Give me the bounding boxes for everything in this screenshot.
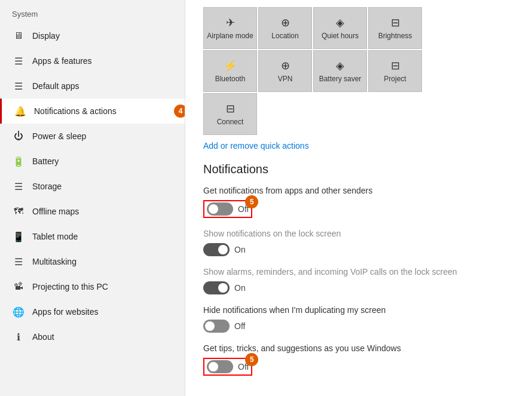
qa-tile-label-airplane: Airplane mode xyxy=(207,32,253,40)
project-icon: ⊟ xyxy=(391,59,400,72)
about-icon: ℹ xyxy=(12,330,25,343)
qa-tile-vpn[interactable]: ⊕VPN xyxy=(258,50,312,92)
sidebar-item-battery[interactable]: 🔋Battery xyxy=(0,149,185,174)
sidebar-item-multitasking[interactable]: ☰Multitasking xyxy=(0,249,185,274)
sidebar-item-label-power-sleep: Power & sleep xyxy=(32,131,173,141)
multitasking-icon: ☰ xyxy=(12,255,25,268)
sidebar-item-storage[interactable]: ☰Storage xyxy=(0,174,185,199)
battery-icon: 🔋 xyxy=(12,155,25,168)
connect-icon: ⊟ xyxy=(226,102,235,115)
apps-websites-icon: 🌐 xyxy=(12,305,25,318)
qa-tile-label-project: Project xyxy=(384,75,406,83)
sidebar-item-label-about: About xyxy=(32,332,173,342)
sidebar-item-power-sleep[interactable]: ⏻Power & sleep xyxy=(0,124,185,149)
quiet-hours-icon: ◈ xyxy=(336,16,344,29)
qa-tile-airplane[interactable]: ✈Airplane mode xyxy=(203,7,257,49)
sidebar-item-label-storage: Storage xyxy=(32,182,173,191)
hide-notifications-label: Hide notifications when I'm duplicating … xyxy=(203,305,514,315)
sidebar-item-apps-features[interactable]: ☰Apps & features xyxy=(0,48,185,73)
hide-notifications-toggle[interactable] xyxy=(203,320,230,333)
main-content: ✈Airplane mode⊕Location◈Quiet hours⊟Brig… xyxy=(185,0,532,396)
sidebar-title: System xyxy=(0,5,185,23)
lock-screen-row: Show notifications on the lock screen On xyxy=(203,229,514,256)
sidebar-item-display[interactable]: 🖥Display xyxy=(0,23,185,48)
location-icon: ⊕ xyxy=(281,16,290,29)
hide-notifications-state: Off xyxy=(234,321,245,331)
alarms-label: Show alarms, reminders, and incoming VoI… xyxy=(203,267,514,277)
sidebar-item-notifications[interactable]: 🔔Notifications & actions4 xyxy=(0,99,185,124)
sidebar-item-apps-websites[interactable]: 🌐Apps for websites xyxy=(0,299,185,324)
power-sleep-icon: ⏻ xyxy=(12,130,25,143)
sidebar-item-about[interactable]: ℹAbout xyxy=(0,324,185,349)
apps-features-icon: ☰ xyxy=(12,54,25,67)
display-icon: 🖥 xyxy=(12,29,25,42)
qa-tile-label-bluetooth: Bluetooth xyxy=(215,75,246,83)
qa-tile-label-brightness: Brightness xyxy=(378,32,412,40)
projecting-icon: 📽 xyxy=(12,280,25,293)
get-notifications-row: Get notifications from apps and other se… xyxy=(203,186,514,218)
tablet-mode-icon: 📱 xyxy=(12,230,25,243)
get-notifications-label: Get notifications from apps and other se… xyxy=(203,186,514,195)
qa-tile-label-connect: Connect xyxy=(217,118,244,126)
sidebar-item-tablet-mode[interactable]: 📱Tablet mode xyxy=(0,224,185,249)
sidebar-item-label-notifications: Notifications & actions xyxy=(34,106,173,116)
sidebar-item-offline-maps[interactable]: 🗺Offline maps xyxy=(0,199,185,224)
notifications-icon: 🔔 xyxy=(14,105,27,118)
hide-notifications-toggle-row: Off xyxy=(203,320,514,333)
lock-screen-toggle-row: On xyxy=(203,243,514,256)
get-notifications-toggle-box: Off 5 xyxy=(203,200,252,218)
battery-saver-icon: ◈ xyxy=(336,59,344,72)
quick-actions-grid: ✈Airplane mode⊕Location◈Quiet hours⊟Brig… xyxy=(203,7,514,135)
badge-5-notifications: 5 xyxy=(245,195,258,208)
alarms-state: On xyxy=(234,283,246,293)
alarms-toggle[interactable] xyxy=(203,281,230,294)
qa-tile-battery-saver[interactable]: ◈Battery saver xyxy=(313,50,367,92)
lock-screen-state: On xyxy=(234,245,246,254)
qa-tile-location[interactable]: ⊕Location xyxy=(258,7,312,49)
qa-tile-quiet-hours[interactable]: ◈Quiet hours xyxy=(313,7,367,49)
bluetooth-icon: ⚡ xyxy=(224,59,237,72)
sidebar-item-label-projecting: Projecting to this PC xyxy=(32,282,173,291)
badge-5-tips: 5 xyxy=(245,353,258,366)
tips-row: Get tips, tricks, and suggestions as you… xyxy=(203,343,514,376)
hide-notifications-row: Hide notifications when I'm duplicating … xyxy=(203,305,514,333)
qa-tile-bluetooth[interactable]: ⚡Bluetooth xyxy=(203,50,257,92)
qa-tile-label-quiet-hours: Quiet hours xyxy=(322,32,359,40)
sidebar-item-label-offline-maps: Offline maps xyxy=(32,207,173,216)
qa-tile-label-battery-saver: Battery saver xyxy=(319,75,362,83)
qa-tile-project[interactable]: ⊟Project xyxy=(368,50,422,92)
tips-toggle-box: Off 5 xyxy=(203,358,252,376)
offline-maps-icon: 🗺 xyxy=(12,205,25,218)
sidebar-item-label-tablet-mode: Tablet mode xyxy=(32,232,173,241)
sidebar-item-projecting[interactable]: 📽Projecting to this PC xyxy=(0,274,185,299)
add-remove-link[interactable]: Add or remove quick actions xyxy=(203,141,309,151)
tips-toggle[interactable] xyxy=(207,360,233,373)
lock-screen-label: Show notifications on the lock screen xyxy=(203,229,514,238)
default-apps-icon: ☰ xyxy=(12,79,25,93)
lock-screen-toggle[interactable] xyxy=(203,243,230,256)
storage-icon: ☰ xyxy=(12,180,25,193)
sidebar-item-label-apps-websites: Apps for websites xyxy=(32,307,173,317)
sidebar-item-label-default-apps: Default apps xyxy=(32,81,173,91)
airplane-icon: ✈ xyxy=(226,16,235,29)
sidebar: System 🖥Display☰Apps & features☰Default … xyxy=(0,0,185,396)
qa-tile-connect[interactable]: ⊟Connect xyxy=(203,93,257,135)
alarms-toggle-row: On xyxy=(203,281,514,294)
qa-tile-brightness[interactable]: ⊟Brightness xyxy=(368,7,422,49)
sidebar-item-label-apps-features: Apps & features xyxy=(32,56,173,66)
sidebar-item-label-battery: Battery xyxy=(32,156,173,166)
brightness-icon: ⊟ xyxy=(391,16,400,29)
sidebar-item-label-multitasking: Multitasking xyxy=(32,257,173,266)
alarms-row: Show alarms, reminders, and incoming VoI… xyxy=(203,267,514,294)
sidebar-item-default-apps[interactable]: ☰Default apps xyxy=(0,73,185,99)
qa-tile-label-vpn: VPN xyxy=(278,75,293,83)
vpn-icon: ⊕ xyxy=(281,59,290,72)
notifications-section-title: Notifications xyxy=(203,162,514,176)
qa-tile-label-location: Location xyxy=(271,32,298,40)
get-notifications-toggle[interactable] xyxy=(207,202,233,216)
sidebar-item-label-display: Display xyxy=(32,31,173,41)
sidebar-badge-notifications: 4 xyxy=(174,105,185,118)
tips-label: Get tips, tricks, and suggestions as you… xyxy=(203,343,514,353)
